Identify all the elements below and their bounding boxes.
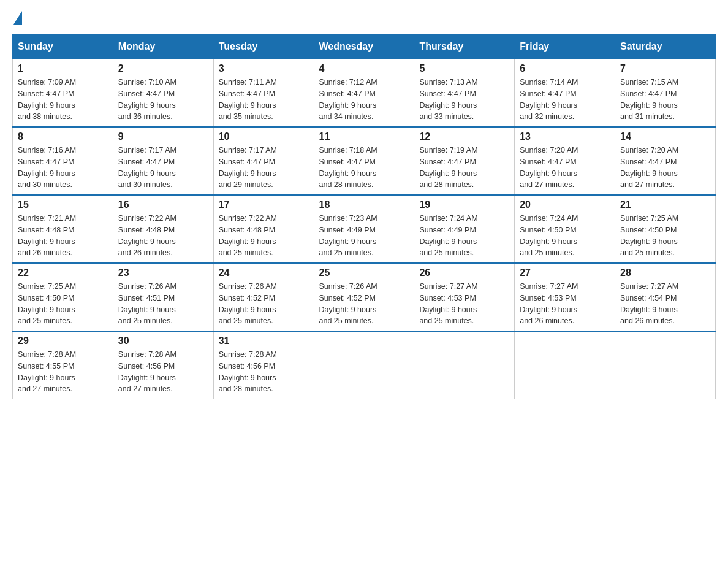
day-info: Sunrise: 7:11 AMSunset: 4:47 PMDaylight:…: [219, 77, 309, 123]
day-info: Sunrise: 7:26 AMSunset: 4:51 PMDaylight:…: [118, 281, 208, 327]
day-number: 22: [18, 267, 108, 278]
day-number: 18: [319, 199, 409, 210]
day-info: Sunrise: 7:27 AMSunset: 4:53 PMDaylight:…: [520, 281, 610, 327]
day-number: 24: [219, 267, 309, 278]
day-info: Sunrise: 7:09 AMSunset: 4:47 PMDaylight:…: [18, 77, 108, 123]
day-info: Sunrise: 7:22 AMSunset: 4:48 PMDaylight:…: [219, 213, 309, 259]
day-number: 23: [118, 267, 208, 278]
calendar-cell: 26Sunrise: 7:27 AMSunset: 4:53 PMDayligh…: [414, 263, 515, 331]
calendar-cell: 23Sunrise: 7:26 AMSunset: 4:51 PMDayligh…: [113, 263, 213, 331]
day-info: Sunrise: 7:13 AMSunset: 4:47 PMDaylight:…: [419, 77, 509, 123]
day-info: Sunrise: 7:20 AMSunset: 4:47 PMDaylight:…: [620, 145, 710, 191]
calendar-cell: 4Sunrise: 7:12 AMSunset: 4:47 PMDaylight…: [314, 59, 414, 127]
calendar-cell: [414, 331, 515, 399]
day-number: 11: [319, 131, 409, 142]
day-number: 14: [620, 131, 710, 142]
calendar-cell: 22Sunrise: 7:25 AMSunset: 4:50 PMDayligh…: [13, 263, 113, 331]
day-info: Sunrise: 7:20 AMSunset: 4:47 PMDaylight:…: [520, 145, 610, 191]
calendar-cell: 9Sunrise: 7:17 AMSunset: 4:47 PMDaylight…: [113, 127, 213, 195]
day-number: 28: [620, 267, 710, 278]
day-number: 30: [118, 335, 208, 347]
calendar-cell: 21Sunrise: 7:25 AMSunset: 4:50 PMDayligh…: [615, 195, 716, 263]
day-number: 3: [219, 63, 309, 74]
day-info: Sunrise: 7:27 AMSunset: 4:53 PMDaylight:…: [419, 281, 509, 327]
day-number: 21: [620, 199, 710, 210]
calendar-cell: 20Sunrise: 7:24 AMSunset: 4:50 PMDayligh…: [515, 195, 615, 263]
calendar-cell: 15Sunrise: 7:21 AMSunset: 4:48 PMDayligh…: [13, 195, 113, 263]
day-number: 17: [219, 199, 309, 210]
weekday-header-sunday: Sunday: [13, 35, 113, 59]
calendar-cell: 24Sunrise: 7:26 AMSunset: 4:52 PMDayligh…: [213, 263, 314, 331]
day-info: Sunrise: 7:28 AMSunset: 4:56 PMDaylight:…: [219, 349, 309, 395]
day-number: 29: [18, 335, 108, 347]
calendar-cell: 13Sunrise: 7:20 AMSunset: 4:47 PMDayligh…: [515, 127, 615, 195]
day-info: Sunrise: 7:19 AMSunset: 4:47 PMDaylight:…: [419, 145, 509, 191]
calendar-cell: 10Sunrise: 7:17 AMSunset: 4:47 PMDayligh…: [213, 127, 314, 195]
calendar-cell: [314, 331, 414, 399]
day-number: 10: [219, 131, 309, 142]
day-number: 1: [18, 63, 108, 74]
calendar-cell: 1Sunrise: 7:09 AMSunset: 4:47 PMDaylight…: [13, 59, 113, 127]
day-info: Sunrise: 7:28 AMSunset: 4:55 PMDaylight:…: [18, 349, 108, 395]
calendar-cell: 11Sunrise: 7:18 AMSunset: 4:47 PMDayligh…: [314, 127, 414, 195]
day-number: 16: [118, 199, 208, 210]
calendar-cell: 8Sunrise: 7:16 AMSunset: 4:47 PMDaylight…: [13, 127, 113, 195]
calendar-cell: 2Sunrise: 7:10 AMSunset: 4:47 PMDaylight…: [113, 59, 213, 127]
day-info: Sunrise: 7:15 AMSunset: 4:47 PMDaylight:…: [620, 77, 710, 123]
day-info: Sunrise: 7:22 AMSunset: 4:48 PMDaylight:…: [118, 213, 208, 259]
calendar-week-4: 22Sunrise: 7:25 AMSunset: 4:50 PMDayligh…: [13, 263, 716, 331]
day-info: Sunrise: 7:12 AMSunset: 4:47 PMDaylight:…: [319, 77, 409, 123]
day-info: Sunrise: 7:17 AMSunset: 4:47 PMDaylight:…: [219, 145, 309, 191]
calendar-week-3: 15Sunrise: 7:21 AMSunset: 4:48 PMDayligh…: [13, 195, 716, 263]
day-number: 7: [620, 63, 710, 74]
calendar-cell: 6Sunrise: 7:14 AMSunset: 4:47 PMDaylight…: [515, 59, 615, 127]
calendar-cell: 27Sunrise: 7:27 AMSunset: 4:53 PMDayligh…: [515, 263, 615, 331]
calendar-table: SundayMondayTuesdayWednesdayThursdayFrid…: [12, 34, 716, 399]
calendar-cell: 17Sunrise: 7:22 AMSunset: 4:48 PMDayligh…: [213, 195, 314, 263]
calendar-cell: 28Sunrise: 7:27 AMSunset: 4:54 PMDayligh…: [615, 263, 716, 331]
day-info: Sunrise: 7:26 AMSunset: 4:52 PMDaylight:…: [319, 281, 409, 327]
weekday-header-tuesday: Tuesday: [213, 35, 314, 59]
weekday-header-wednesday: Wednesday: [314, 35, 414, 59]
day-info: Sunrise: 7:24 AMSunset: 4:49 PMDaylight:…: [419, 213, 509, 259]
day-number: 26: [419, 267, 509, 278]
day-info: Sunrise: 7:21 AMSunset: 4:48 PMDaylight:…: [18, 213, 108, 259]
day-number: 31: [219, 335, 309, 347]
weekday-header-saturday: Saturday: [615, 35, 716, 59]
calendar-cell: 14Sunrise: 7:20 AMSunset: 4:47 PMDayligh…: [615, 127, 716, 195]
calendar-cell: 30Sunrise: 7:28 AMSunset: 4:56 PMDayligh…: [113, 331, 213, 399]
calendar-week-5: 29Sunrise: 7:28 AMSunset: 4:55 PMDayligh…: [13, 331, 716, 399]
day-number: 8: [18, 131, 108, 142]
logo-triangle-icon: [13, 11, 22, 25]
day-info: Sunrise: 7:10 AMSunset: 4:47 PMDaylight:…: [118, 77, 208, 123]
day-info: Sunrise: 7:14 AMSunset: 4:47 PMDaylight:…: [520, 77, 610, 123]
day-number: 13: [520, 131, 610, 142]
calendar-cell: 18Sunrise: 7:23 AMSunset: 4:49 PMDayligh…: [314, 195, 414, 263]
day-info: Sunrise: 7:25 AMSunset: 4:50 PMDaylight:…: [18, 281, 108, 327]
day-number: 2: [118, 63, 208, 74]
day-number: 9: [118, 131, 208, 142]
day-number: 12: [419, 131, 509, 142]
calendar-cell: 19Sunrise: 7:24 AMSunset: 4:49 PMDayligh…: [414, 195, 515, 263]
calendar-header-row: SundayMondayTuesdayWednesdayThursdayFrid…: [13, 35, 716, 59]
day-info: Sunrise: 7:28 AMSunset: 4:56 PMDaylight:…: [118, 349, 208, 395]
calendar-cell: 25Sunrise: 7:26 AMSunset: 4:52 PMDayligh…: [314, 263, 414, 331]
calendar-cell: 29Sunrise: 7:28 AMSunset: 4:55 PMDayligh…: [13, 331, 113, 399]
day-info: Sunrise: 7:18 AMSunset: 4:47 PMDaylight:…: [319, 145, 409, 191]
calendar-cell: 5Sunrise: 7:13 AMSunset: 4:47 PMDaylight…: [414, 59, 515, 127]
weekday-header-thursday: Thursday: [414, 35, 515, 59]
day-number: 19: [419, 199, 509, 210]
day-number: 6: [520, 63, 610, 74]
calendar-cell: [615, 331, 716, 399]
calendar-cell: 7Sunrise: 7:15 AMSunset: 4:47 PMDaylight…: [615, 59, 716, 127]
calendar-week-1: 1Sunrise: 7:09 AMSunset: 4:47 PMDaylight…: [13, 59, 716, 127]
weekday-header-monday: Monday: [113, 35, 213, 59]
calendar-cell: [515, 331, 615, 399]
calendar-week-2: 8Sunrise: 7:16 AMSunset: 4:47 PMDaylight…: [13, 127, 716, 195]
day-info: Sunrise: 7:16 AMSunset: 4:47 PMDaylight:…: [18, 145, 108, 191]
day-number: 5: [419, 63, 509, 74]
day-number: 4: [319, 63, 409, 74]
calendar-cell: 12Sunrise: 7:19 AMSunset: 4:47 PMDayligh…: [414, 127, 515, 195]
weekday-header-friday: Friday: [515, 35, 615, 59]
logo: [12, 12, 22, 22]
